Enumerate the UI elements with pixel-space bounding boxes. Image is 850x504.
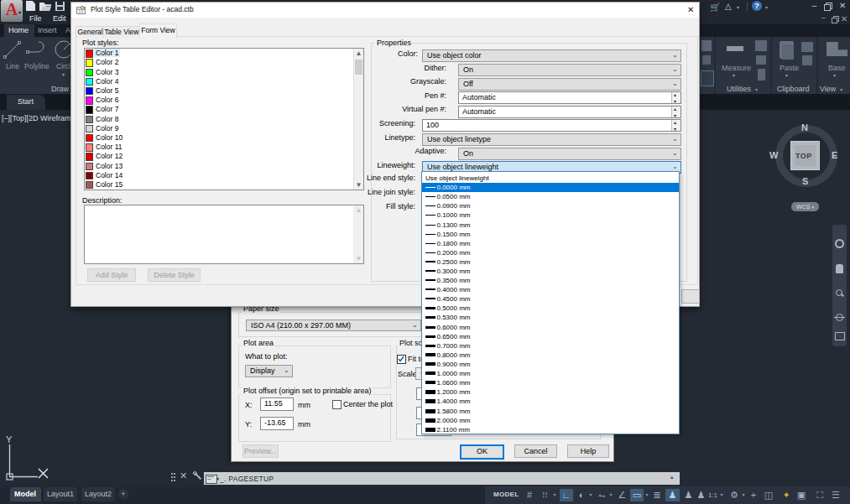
svg-text:Y: Y	[6, 434, 13, 444]
